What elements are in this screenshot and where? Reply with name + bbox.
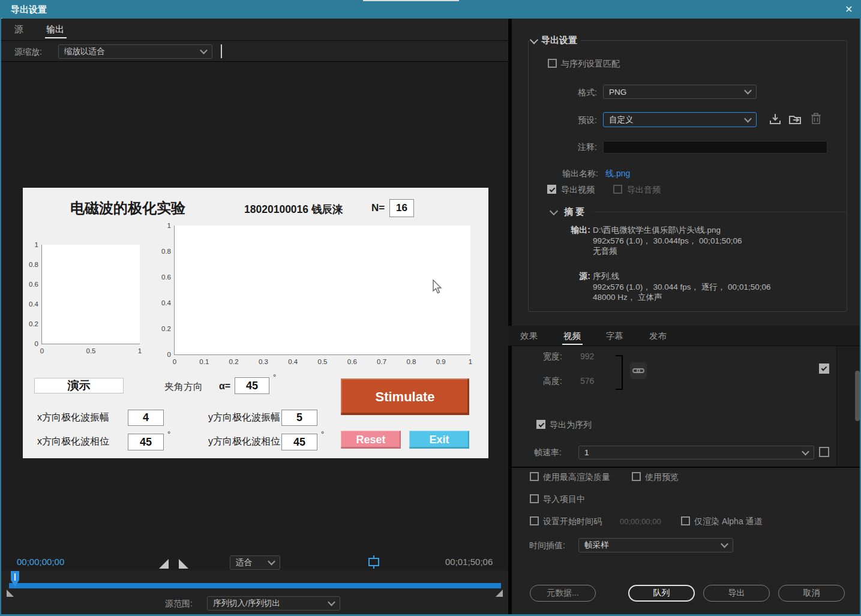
tab-video[interactable]: 视频: [563, 330, 581, 342]
tab-video-underline: [562, 344, 583, 345]
gui-left-plot: 1 0.8 0.6 0.4 0.2 0 0 0.5 1: [41, 245, 140, 344]
comment-label: 注释:: [541, 142, 597, 153]
reset-button[interactable]: Reset: [341, 431, 401, 449]
export-settings-header[interactable]: 导出设置: [530, 35, 581, 46]
right-tab-strip: 效果 视频 字幕 发布: [508, 326, 861, 346]
comment-input[interactable]: [603, 141, 827, 154]
height-value: 576: [580, 376, 594, 386]
height-label: 高度:: [543, 376, 562, 387]
pane-splitter-handle[interactable]: [221, 44, 222, 58]
format-label: 格式:: [541, 88, 597, 98]
x-phase-label: x方向极化波相位: [37, 435, 109, 448]
y-tick: 0.6: [29, 281, 38, 288]
y-tick: 0.8: [161, 248, 171, 255]
framerate-label: 帧速率:: [534, 447, 562, 458]
alpha-only-label: 仅渲染 Alpha 通道: [694, 516, 763, 527]
preset-value: 自定义: [609, 115, 634, 125]
y-phase-input[interactable]: 45: [281, 434, 317, 450]
y-tick: 0.6: [161, 274, 171, 281]
export-video-label: 导出视频: [561, 185, 595, 196]
max-quality-checkbox[interactable]: [530, 472, 539, 481]
set-start-timecode-checkbox[interactable]: [530, 516, 539, 525]
alpha-only-checkbox[interactable]: [681, 516, 690, 525]
exit-button[interactable]: Exit: [409, 431, 469, 449]
demo-button[interactable]: 演示: [34, 378, 124, 393]
summary-source-detail: 992x576 (1.0)， 30.044 fps， 逐行， 00;01;50;…: [593, 282, 770, 293]
x-phase-input[interactable]: 45: [128, 434, 164, 450]
timeline-scrubber[interactable]: [9, 583, 501, 588]
preview-image-matlab-gui: 电磁波的极化实验 18020100016 钱辰涞 N= 16 1 0.8 0.6…: [23, 188, 488, 458]
options-divider: [508, 467, 861, 468]
framerate-checkbox[interactable]: [819, 447, 829, 457]
source-range-dropdown[interactable]: 序列切入/序列切出: [207, 596, 340, 611]
trim-out-handle[interactable]: [496, 590, 503, 597]
link-dimensions-button[interactable]: [630, 362, 647, 379]
tab-captions[interactable]: 字幕: [606, 330, 623, 342]
scrollbar-thumb[interactable]: [855, 371, 860, 421]
summary-source-audio: 48000 Hz， 立体声: [593, 292, 662, 303]
x-tick: 1: [469, 358, 472, 365]
x-amp-label: x方向极化波振幅: [37, 411, 109, 424]
cancel-button[interactable]: 取消: [778, 585, 845, 602]
metadata-button[interactable]: 元数据...: [530, 585, 596, 602]
close-icon[interactable]: ✕: [845, 4, 853, 15]
preview-zoom-dropdown[interactable]: 适合: [230, 555, 280, 570]
angle-degree: °: [273, 372, 276, 381]
source-output-panel: 源 输出 源缩放: 缩放以适合 电磁波的极化实验 18020100016 钱辰涞…: [1, 19, 508, 614]
summary-rule: [595, 212, 846, 212]
y-tick: 0.4: [29, 301, 38, 308]
preset-dropdown[interactable]: 自定义: [603, 112, 757, 127]
framerate-dropdown[interactable]: 1: [578, 446, 814, 459]
chevron-down-icon: [744, 115, 752, 122]
export-settings-title: 导出设置: [541, 35, 577, 46]
angle-input[interactable]: 45: [235, 377, 269, 394]
width-label: 宽度:: [543, 351, 562, 362]
source-scale-dropdown[interactable]: 缩放以适合: [58, 44, 212, 59]
tab-source[interactable]: 源: [14, 24, 23, 35]
alpha-label: α=: [219, 381, 230, 392]
use-previews-checkbox[interactable]: [632, 472, 641, 481]
time-interpolation-dropdown[interactable]: 帧采样: [578, 538, 733, 552]
save-preset-icon[interactable]: [769, 113, 782, 126]
crop-icon[interactable]: [366, 554, 382, 570]
output-name-link[interactable]: 线.png: [605, 169, 630, 179]
export-button[interactable]: 导出: [703, 585, 770, 602]
delete-preset-icon[interactable]: [811, 112, 821, 125]
export-as-sequence-checkbox[interactable]: [536, 420, 545, 429]
source-range-value: 序列切入/序列切出: [213, 598, 280, 609]
gui-n-input[interactable]: 16: [389, 199, 414, 217]
import-project-checkbox[interactable]: [530, 494, 539, 503]
format-dropdown[interactable]: PNG: [603, 85, 757, 99]
tab-effects[interactable]: 效果: [520, 330, 538, 342]
dimensions-checkbox[interactable]: [819, 363, 829, 374]
x-amp-input[interactable]: 4: [128, 410, 164, 426]
export-video-checkbox[interactable]: [547, 185, 556, 194]
trim-in-handle[interactable]: [7, 590, 14, 597]
x-tick: 1: [138, 347, 142, 354]
y-tick: 0.2: [29, 320, 38, 327]
x-tick: 0.3: [259, 358, 268, 365]
tab-publish[interactable]: 发布: [649, 330, 667, 342]
queue-button[interactable]: 队列: [628, 585, 695, 602]
dimension-bracket: [616, 355, 623, 390]
export-audio-checkbox[interactable]: [613, 185, 622, 194]
tab-output[interactable]: 输出: [46, 24, 64, 35]
summary-source-label: 源:: [559, 271, 590, 282]
match-sequence-checkbox[interactable]: [548, 59, 557, 68]
summary-output-path: D:\西电微软学生俱乐部\片头\线.png: [593, 225, 721, 236]
import-preset-icon[interactable]: [788, 113, 803, 126]
left-tab-strip: 源 输出: [1, 19, 508, 41]
x-tick: 0.5: [318, 358, 328, 365]
set-start-timecode-label: 设置开始时间码: [543, 516, 602, 527]
framerate-value: 1: [584, 448, 589, 457]
chevron-down-icon: [200, 47, 208, 55]
x-tick: 0: [40, 347, 44, 354]
current-timecode[interactable]: 00;00;00;00: [17, 557, 64, 567]
max-quality-label: 使用最高渲染质量: [543, 472, 610, 483]
time-interpolation-value: 帧采样: [584, 540, 609, 551]
angle-label: 夹角方向: [164, 381, 203, 393]
y-amp-input[interactable]: 5: [281, 410, 317, 426]
panel-divider[interactable]: [508, 19, 512, 614]
chevron-down-icon: [802, 447, 809, 455]
stimulate-button[interactable]: Stimulate: [341, 378, 469, 415]
